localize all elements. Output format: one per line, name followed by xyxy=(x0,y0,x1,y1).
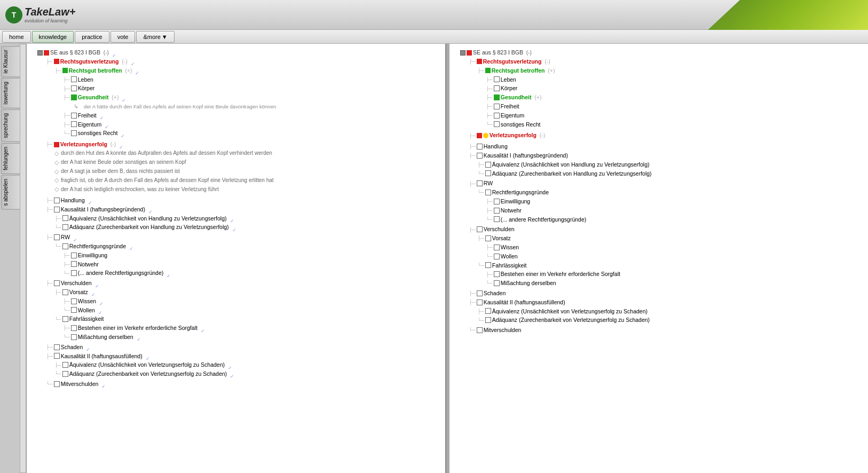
notwehr-checkbox[interactable] xyxy=(71,261,77,267)
left-tree: SE aus § 823 I BGB (-) ├─ Rechtsgutsverl… xyxy=(37,48,441,389)
r-leben-checkbox[interactable] xyxy=(494,76,500,82)
wissen-checkbox[interactable] xyxy=(71,298,77,304)
pencil-icon xyxy=(135,68,146,73)
r-rechtfert-checkbox[interactable] xyxy=(485,190,491,195)
status-icon xyxy=(54,59,59,64)
aquivalenz2-checkbox[interactable] xyxy=(62,362,68,368)
sonstiges-recht-label: sonstiges Recht xyxy=(78,129,118,138)
pencil-icon xyxy=(112,51,123,55)
pencil-icon xyxy=(232,225,243,230)
nav-home[interactable]: home xyxy=(2,31,31,43)
verschulden-row: ├─ Verschulden xyxy=(46,279,441,288)
andere-rechtf-row: └─ (... andere Rechtfertigungsgründe) xyxy=(63,269,441,278)
r-einwilligung-checkbox[interactable] xyxy=(494,199,500,204)
r-handlung-checkbox[interactable] xyxy=(477,144,483,149)
expand-icon[interactable] xyxy=(37,50,43,56)
adaquanz1-checkbox[interactable] xyxy=(62,224,68,230)
mitverschulden-checkbox[interactable] xyxy=(54,381,60,387)
r-schaden-checkbox[interactable] xyxy=(477,290,483,296)
verletzungserfolg-children: ◇ durch den Hut des A konnte das Aufpral… xyxy=(46,149,441,194)
rw-checkbox[interactable] xyxy=(54,234,60,240)
fahrlassigkeit-checkbox[interactable] xyxy=(62,316,68,322)
r-rw-row: ├─ RW xyxy=(469,179,864,188)
r-missachtung-label: Mißachtung derselben xyxy=(501,279,556,288)
r-sorgfalt-checkbox[interactable] xyxy=(494,271,500,277)
verschulden-checkbox[interactable] xyxy=(54,280,60,286)
r-kausalitat2-checkbox[interactable] xyxy=(477,299,483,305)
sonstiges-recht-checkbox[interactable] xyxy=(71,130,77,136)
r-notwehr-checkbox[interactable] xyxy=(494,208,500,214)
r-sorgfalt-label: Bestehen einer im Verkehr erforderliche … xyxy=(501,270,620,279)
handlung-checkbox[interactable] xyxy=(54,198,60,203)
fahrlassigkeit-row: └─ Fahrlässigkeit xyxy=(54,314,441,324)
r-aquivalenz1-checkbox[interactable] xyxy=(485,162,491,168)
koerper-checkbox[interactable] xyxy=(71,85,77,91)
sorgfalt-row: ├─ Bestehen einer im Verkehr erforderlic… xyxy=(63,324,441,333)
content-area: SE aus § 823 I BGB (-) ├─ Rechtsgutsverl… xyxy=(27,44,868,473)
expand-icon[interactable] xyxy=(460,50,465,56)
r-sonstiges-recht-checkbox[interactable] xyxy=(494,121,500,127)
r-wissen-label: Wissen xyxy=(501,243,519,252)
notwehr-label: Notwehr xyxy=(78,260,99,269)
nav-more[interactable]: &more ▼ xyxy=(136,31,174,43)
kausalitat1-checkbox[interactable] xyxy=(54,207,60,212)
missachtung-checkbox[interactable] xyxy=(71,334,77,340)
gesundheit-checkbox[interactable] xyxy=(71,94,77,100)
r-gesundheit-checkbox[interactable] xyxy=(494,94,500,100)
leben-checkbox[interactable] xyxy=(71,76,77,82)
mitverschulden-row: └─ Mitverschulden xyxy=(46,380,441,389)
status-yellow-icon xyxy=(483,133,488,138)
kausalitat2-checkbox[interactable] xyxy=(54,353,60,359)
r-fahrlassigkeit-checkbox[interactable] xyxy=(485,262,491,268)
wollen-checkbox[interactable] xyxy=(71,307,77,313)
r-rw-checkbox[interactable] xyxy=(477,180,483,186)
r-missachtung-checkbox[interactable] xyxy=(494,280,500,286)
right-tree-panel[interactable]: SE aus § 823 I BGB (-) ├─ Rechtsgutsverl… xyxy=(449,44,868,473)
andere-rechtf-checkbox[interactable] xyxy=(71,270,77,276)
r-wollen-checkbox[interactable] xyxy=(494,254,500,259)
nav-knowledge[interactable]: knowledge xyxy=(32,31,74,43)
r-schaden-label: Schaden xyxy=(484,289,506,298)
nav-practice[interactable]: practice xyxy=(75,31,109,43)
freiheit-label: Freiheit xyxy=(78,111,97,120)
r-eigentum-checkbox[interactable] xyxy=(494,113,500,119)
r-verletzungserfolg-row: ├─ Verletzungserfolg (-) xyxy=(469,131,864,140)
schaden-checkbox[interactable] xyxy=(54,344,60,350)
r-koerper-checkbox[interactable] xyxy=(494,85,500,91)
r-verschulden-checkbox[interactable] xyxy=(477,226,483,232)
r-leben-label: Leben xyxy=(501,75,516,84)
kausalitat2-row: ├─ Kausalität II (haftungsausfüllend) xyxy=(46,352,441,361)
r-fahrlassigkeit-children: ├─ Bestehen einer im Verkehr erforderlic… xyxy=(477,270,864,288)
nav-vote[interactable]: vote xyxy=(111,31,136,43)
r-rechtsgut-betroffen-row: ├─ Rechtsgut betroffen (+) xyxy=(477,66,864,75)
r-aquivalenz2-checkbox[interactable] xyxy=(485,308,491,314)
rechtfert-checkbox[interactable] xyxy=(62,243,68,249)
eigentum-checkbox[interactable] xyxy=(71,121,77,127)
r-wissen-checkbox[interactable] xyxy=(494,245,500,250)
r-andere-rechtf-checkbox[interactable] xyxy=(494,216,500,222)
leben-row: ├─ Leben xyxy=(63,75,441,84)
freiheit-checkbox[interactable] xyxy=(71,113,77,119)
left-tree-panel[interactable]: SE aus § 823 I BGB (-) ├─ Rechtsgutsverl… xyxy=(27,44,446,473)
rw-children: └─ Rechtfertigungsgründe ├─ Einwilligung xyxy=(46,242,441,278)
wissen-label: Wissen xyxy=(78,297,96,306)
r-freiheit-checkbox[interactable] xyxy=(494,104,500,109)
r-kausalitat1-checkbox[interactable] xyxy=(477,153,483,159)
logo-icon: T xyxy=(5,6,22,23)
r-vorsatz-checkbox[interactable] xyxy=(485,235,491,241)
aquivalenz1-checkbox[interactable] xyxy=(62,215,68,221)
rechtsgut-children: ├─ Rechtsgut betroffen (+) ├─ Leben xyxy=(46,66,441,138)
adaquanz2-checkbox[interactable] xyxy=(62,371,68,377)
r-adaquanz2-checkbox[interactable] xyxy=(485,317,491,323)
einwilligung-checkbox[interactable] xyxy=(71,253,77,258)
r-freiheit-label: Freiheit xyxy=(501,102,519,111)
ve-note2-label: der A hat keine Beule oder sonstiges an … xyxy=(61,158,186,167)
right-tree: SE aus § 823 I BGB (-) ├─ Rechtsgutsverl… xyxy=(460,48,864,335)
ve-note3-label: der A sagt ja selber dem B, dass nichts … xyxy=(61,167,180,176)
right-root-label: SE aus § 823 I BGB (-) xyxy=(473,48,532,57)
sorgfalt-checkbox[interactable] xyxy=(71,325,77,331)
r-adaquanz1-checkbox[interactable] xyxy=(485,170,491,176)
sidebar-scrollbar[interactable] xyxy=(20,44,26,473)
r-mitverschulden-checkbox[interactable] xyxy=(477,327,483,333)
vorsatz-checkbox[interactable] xyxy=(62,289,68,295)
